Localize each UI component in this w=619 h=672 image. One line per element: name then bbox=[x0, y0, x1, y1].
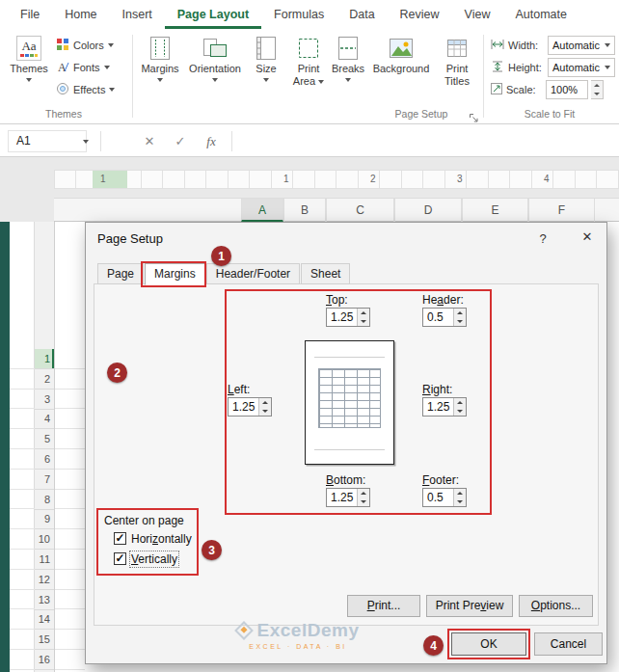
row-header-6[interactable]: 6 bbox=[35, 449, 54, 470]
row-header-3[interactable]: 3 bbox=[35, 390, 54, 410]
ok-button[interactable]: OK bbox=[451, 632, 526, 656]
spinner-up-button[interactable] bbox=[454, 489, 466, 497]
spinner-up-button[interactable] bbox=[454, 309, 466, 317]
width-label: Width: bbox=[508, 40, 545, 51]
column-header-f[interactable]: F bbox=[528, 199, 595, 222]
divider bbox=[231, 131, 232, 151]
effects-button[interactable]: Effects bbox=[56, 79, 129, 100]
dialog-tab-header-footer[interactable]: Header/Footer bbox=[206, 263, 300, 284]
themes-button-label: Themes bbox=[10, 63, 48, 74]
column-header-d[interactable]: D bbox=[394, 199, 462, 222]
print-button[interactable]: Print... bbox=[347, 595, 420, 617]
right-margin-spinner[interactable]: 1.25 bbox=[422, 397, 467, 417]
spinner-down-button[interactable] bbox=[454, 317, 466, 326]
ribbon-tab-view[interactable]: View bbox=[452, 0, 503, 29]
spinner-up-button[interactable] bbox=[358, 489, 369, 497]
ribbon-tab-page-layout[interactable]: Page Layout bbox=[165, 0, 261, 29]
ribbon-tab-review[interactable]: Review bbox=[388, 0, 452, 29]
footer-margin-spinner[interactable]: 0.5 bbox=[422, 488, 467, 507]
ribbon-tab-insert[interactable]: Insert bbox=[110, 0, 165, 29]
orientation-button[interactable]: Orientation bbox=[185, 32, 245, 107]
row-header-12[interactable]: 12 bbox=[35, 570, 54, 590]
column-header-c[interactable]: C bbox=[326, 199, 394, 222]
checkbox-box[interactable] bbox=[114, 532, 126, 545]
checkbox-box[interactable] bbox=[114, 552, 126, 565]
column-header-b[interactable]: B bbox=[283, 199, 326, 222]
row-header-15[interactable]: 15 bbox=[35, 630, 54, 650]
horizontally-checkbox[interactable]: Horizontally bbox=[114, 531, 192, 546]
spinner-down-button[interactable] bbox=[454, 407, 466, 416]
row-header-1[interactable]: 1 bbox=[35, 349, 54, 369]
left-margin-spinner[interactable]: 1.25 bbox=[228, 397, 272, 417]
themes-button[interactable]: Aa Themes bbox=[6, 32, 52, 107]
row-header-10[interactable]: 10 bbox=[35, 529, 54, 550]
ribbon-tab-formulas[interactable]: Formulas bbox=[261, 0, 336, 29]
name-box[interactable]: A1 bbox=[8, 130, 87, 152]
print-area-button[interactable]: Print Area bbox=[286, 32, 331, 107]
row-header-16[interactable]: 16 bbox=[35, 650, 54, 670]
background-button[interactable]: Background bbox=[367, 32, 435, 107]
row-header-14[interactable]: 14 bbox=[35, 609, 54, 630]
footer-margin-value: 0.5 bbox=[423, 489, 453, 506]
column-header-a[interactable]: A bbox=[241, 199, 283, 222]
colors-button[interactable]: Colors bbox=[56, 35, 129, 56]
spinner-up-button[interactable] bbox=[259, 398, 271, 407]
row-header-5[interactable]: 5 bbox=[35, 429, 54, 449]
ribbon-tab-automate[interactable]: Automate bbox=[502, 0, 579, 29]
spinner-down-button[interactable] bbox=[358, 497, 369, 506]
row-header-11[interactable]: 11 bbox=[35, 550, 54, 570]
cancel-button[interactable]: Cancel bbox=[534, 632, 603, 656]
column-header-e[interactable]: E bbox=[462, 199, 528, 222]
background-icon bbox=[389, 34, 414, 63]
cancel-entry-icon[interactable]: ✕ bbox=[137, 130, 162, 152]
enter-entry-icon[interactable]: ✓ bbox=[168, 130, 193, 152]
formula-input[interactable] bbox=[237, 130, 613, 152]
ribbon-tab-data[interactable]: Data bbox=[336, 0, 387, 29]
width-dropdown[interactable]: Automatic bbox=[548, 36, 615, 55]
fonts-button[interactable]: A Fonts bbox=[56, 57, 129, 78]
size-button[interactable]: Size bbox=[246, 32, 286, 107]
size-button-label: Size bbox=[256, 63, 276, 74]
top-margin-label: Top: bbox=[326, 293, 348, 307]
checkbox-label: Horizontally bbox=[131, 532, 192, 546]
left-margin-label: Left: bbox=[228, 383, 250, 396]
dialog-tab-sheet[interactable]: Sheet bbox=[301, 263, 350, 284]
row-header-2[interactable]: 2 bbox=[35, 369, 54, 390]
row-header-7[interactable]: 7 bbox=[35, 470, 54, 490]
top-margin-spinner[interactable]: 1.25 bbox=[326, 308, 370, 327]
header-margin-spinner[interactable]: 0.5 bbox=[422, 308, 467, 327]
insert-function-icon[interactable]: fx bbox=[199, 130, 224, 152]
colors-button-label: Colors bbox=[73, 40, 104, 51]
row-header-13[interactable]: 13 bbox=[35, 590, 54, 610]
row-header-8[interactable]: 8 bbox=[35, 490, 54, 510]
scale-input[interactable]: 100% bbox=[546, 80, 588, 99]
ribbon-tab-file[interactable]: File bbox=[8, 0, 52, 29]
row-header-9[interactable]: 9 bbox=[35, 509, 54, 529]
breaks-button[interactable]: Breaks bbox=[329, 32, 367, 107]
row-header-4[interactable]: 4 bbox=[35, 409, 54, 429]
print-preview-button[interactable]: Print Preview bbox=[426, 595, 513, 617]
bottom-margin-spinner[interactable]: 1.25 bbox=[326, 488, 370, 507]
vertically-checkbox[interactable]: Vertically bbox=[114, 551, 177, 566]
dialog-help-button[interactable]: ? bbox=[529, 228, 556, 250]
spinner-up-button[interactable] bbox=[454, 398, 466, 407]
spinner-down-button[interactable] bbox=[454, 497, 466, 506]
page-setup-dialog-launcher-icon[interactable] bbox=[469, 110, 480, 121]
watermark-brand: ExcelDemy bbox=[257, 620, 360, 641]
dialog-tab-page[interactable]: Page bbox=[97, 263, 144, 284]
ruler: 11234 bbox=[54, 170, 619, 189]
spinner-down-button[interactable] bbox=[358, 317, 369, 326]
name-box-dropdown-icon[interactable] bbox=[83, 140, 89, 144]
height-dropdown[interactable]: Automatic bbox=[548, 58, 615, 77]
options-button[interactable]: Options... bbox=[519, 595, 593, 617]
margins-button[interactable]: Margins bbox=[138, 32, 182, 107]
spinner-up-button[interactable] bbox=[358, 309, 369, 317]
dialog-close-icon[interactable]: ✕ bbox=[568, 224, 606, 251]
print-titles-button[interactable]: Print Titles bbox=[435, 32, 479, 107]
spinner-down-button[interactable] bbox=[259, 407, 271, 416]
fonts-button-label: Fonts bbox=[73, 62, 100, 73]
ribbon-tab-home[interactable]: Home bbox=[52, 0, 109, 29]
dialog-tab-margins[interactable]: Margins bbox=[145, 263, 205, 285]
scale-spinner[interactable] bbox=[591, 80, 604, 99]
center-on-page-label: Center on page bbox=[104, 514, 184, 527]
